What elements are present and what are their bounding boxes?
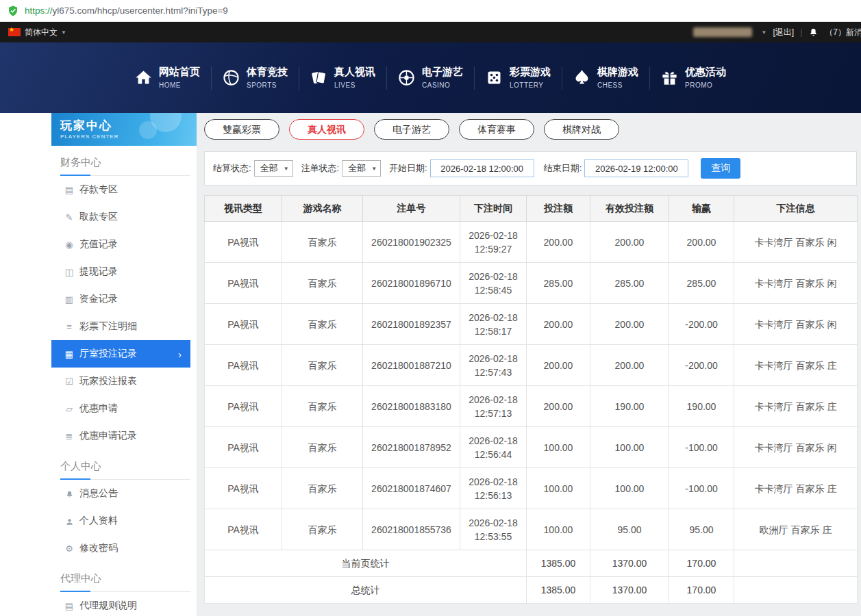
cell-bet-info: 卡卡湾厅 百家乐 庄 (734, 386, 858, 427)
gift-icon (660, 68, 679, 87)
sidebar-item-withdrawal-record[interactable]: ◫ 提现记录 (51, 258, 190, 285)
cell-win-loss: 95.00 (669, 509, 734, 550)
column-header-bet-time: 下注时间 (460, 196, 527, 222)
cell-bet-time: 2026-02-18 12:58:17 (460, 304, 527, 345)
sidebar-item-deposit[interactable]: ▤ 存款专区 (51, 176, 190, 203)
grand-total-valid: 1370.00 (590, 577, 669, 604)
cell-bet-amount: 200.00 (527, 386, 590, 427)
order-status-select[interactable]: 全部 ▼ (342, 160, 381, 177)
chevron-down-icon: ▼ (61, 29, 66, 36)
end-date-input[interactable] (584, 159, 688, 177)
cell-bet-time: 2026-02-18 12:53:55 (460, 509, 527, 550)
start-date-input[interactable] (430, 159, 534, 177)
bell-icon[interactable] (808, 27, 819, 38)
chevron-right-icon: › (178, 348, 182, 360)
main-nav: 网站首页 HOME 体育竞技 SPORTS 真人视讯 LIVES (0, 42, 861, 113)
table-row: PA视讯 百家乐 260218001874607 2026-02-18 12:5… (205, 468, 858, 509)
sidebar-item-recharge-record[interactable]: ◉ 充值记录 (51, 231, 190, 258)
sidebar-item-withdraw[interactable]: ✎ 取款专区 (51, 203, 190, 231)
sidebar-item-label: 厅室投注记录 (79, 348, 137, 360)
settle-status-label: 结算状态: (213, 162, 251, 175)
table-row: PA视讯 百家乐 260218001887210 2026-02-18 12:5… (205, 345, 858, 386)
sidebar-item-profile[interactable]: 个人资料 (51, 507, 190, 535)
sidebar-item-label: 玩家投注报表 (79, 375, 137, 387)
chevron-down-icon: ▼ (284, 166, 289, 172)
settle-status-select[interactable]: 全部 ▼ (254, 160, 293, 177)
query-button[interactable]: 查询 (701, 158, 740, 179)
language-selector[interactable]: ★ 简体中文 ▼ (8, 27, 66, 38)
end-date-label: 结束日期: (544, 162, 582, 175)
cell-bet-amount: 100.00 (527, 468, 590, 509)
sidebar-item-agent-rules[interactable]: ▤ 代理规则说明 (51, 592, 190, 616)
section-header-agent: 代理中心 (60, 562, 190, 592)
table-row: PA视讯 百家乐 260218001892357 2026-02-18 12:5… (205, 304, 858, 345)
nav-title: 电子游艺 (422, 66, 463, 77)
nav-item-home[interactable]: 网站首页 HOME (123, 60, 211, 96)
url-text[interactable]: https://yl675.com/hhcp/usercenter.html?i… (25, 5, 228, 16)
cell-game-name: 百家乐 (282, 509, 363, 550)
nav-subtitle: LOTTERY (510, 81, 543, 89)
nav-title: 彩票游戏 (510, 66, 551, 77)
tab-live-video[interactable]: 真人视讯 (289, 119, 364, 140)
sidebar-item-funds-record[interactable]: ▥ 资金记录 (51, 285, 190, 313)
language-label: 简体中文 (25, 27, 58, 38)
grand-total-info (734, 577, 858, 604)
sidebar-item-messages[interactable]: 消息公告 (51, 480, 190, 507)
logout-link[interactable]: [退出] (773, 27, 795, 38)
sidebar-item-promo-apply[interactable]: ▱ 优惠申请 (51, 395, 190, 422)
sidebar-item-change-password[interactable]: ⚙ 修改密码 (51, 535, 190, 562)
person-icon (64, 515, 75, 526)
cell-bet-time: 2026-02-18 12:56:13 (460, 468, 527, 509)
cell-bet-time: 2026-02-18 12:56:44 (460, 427, 527, 468)
nav-item-sports[interactable]: 体育竞技 SPORTS (211, 60, 299, 96)
tab-chess[interactable]: 棋牌对战 (544, 119, 619, 140)
column-header-video-type: 视讯类型 (205, 196, 282, 222)
cell-valid-amount: 95.00 (590, 509, 669, 550)
cell-video-type: PA视讯 (205, 386, 282, 427)
cell-video-type: PA视讯 (205, 304, 282, 345)
cell-valid-amount: 200.00 (590, 222, 669, 263)
tab-egames[interactable]: 电子游艺 (374, 119, 449, 140)
nav-item-promo[interactable]: 优惠活动 PROMO (649, 60, 737, 96)
cell-win-loss: -100.00 (669, 468, 734, 509)
cell-win-loss: 200.00 (669, 222, 734, 263)
cell-bet-amount: 100.00 (527, 427, 590, 468)
table-header-row: 视讯类型 游戏名称 注单号 下注时间 投注额 有效投注额 输赢 下注信息 (205, 196, 858, 222)
cell-bet-info: 欧洲厅 百家乐 庄 (734, 509, 858, 550)
nav-item-lottery[interactable]: 彩票游戏 LOTTERY (474, 60, 562, 96)
messages-link[interactable]: （7）新消息 (825, 27, 861, 38)
sidebar-header: 玩家中心 PLAYERS CENTER (51, 113, 197, 146)
sidebar-item-label: 消息公告 (79, 487, 118, 500)
address-bar[interactable]: https://yl675.com/hhcp/usercenter.html?i… (0, 0, 861, 22)
tab-lottery[interactable]: 雙赢彩票 (204, 119, 279, 140)
nav-item-lives[interactable]: 真人视讯 LIVES (299, 60, 386, 96)
cell-win-loss: -100.00 (669, 427, 734, 468)
table-row: PA视讯 百家乐 260218001855736 2026-02-18 12:5… (205, 509, 858, 550)
sidebar-item-lottery-bets[interactable]: ≡ 彩票下注明细 (51, 313, 190, 340)
cell-game-name: 百家乐 (282, 468, 363, 509)
cell-win-loss: -200.00 (669, 304, 734, 345)
sidebar-item-room-bets[interactable]: ▦ 厅室投注记录 › (51, 340, 190, 368)
nav-item-chess[interactable]: 棋牌游戏 CHESS (562, 60, 649, 96)
sports-ball-icon (222, 68, 240, 87)
funds-record-icon: ▥ (64, 294, 75, 305)
grand-total-label: 总统计 (205, 577, 527, 604)
sidebar-item-label: 代理规则说明 (79, 600, 137, 612)
withdrawal-record-icon: ◫ (64, 267, 75, 277)
sidebar-item-player-report[interactable]: ☑ 玩家投注报表 (51, 368, 190, 395)
cell-valid-amount: 200.00 (590, 304, 669, 345)
username-blurred[interactable] (693, 27, 752, 37)
cell-video-type: PA视讯 (205, 427, 282, 468)
cell-video-type: PA视讯 (205, 468, 282, 509)
page-total-row: 当前页统计 1385.00 1370.00 170.00 (205, 550, 858, 577)
promo-record-icon: ≣ (64, 431, 75, 441)
chevron-down-icon[interactable]: ▼ (762, 29, 767, 36)
cell-bet-info: 卡卡湾厅 百家乐 闲 (734, 427, 858, 468)
tab-sports[interactable]: 体育赛事 (459, 119, 534, 140)
nav-item-casino[interactable]: 电子游艺 CASINO (386, 60, 474, 96)
cell-game-name: 百家乐 (282, 345, 363, 386)
top-utility-bar: ★ 简体中文 ▼ ▼ [退出] | （7）新消息 (0, 22, 861, 42)
sidebar-subtitle: PLAYERS CENTER (60, 133, 197, 140)
promo-apply-icon: ▱ (64, 404, 75, 414)
sidebar-item-promo-record[interactable]: ≣ 优惠申请记录 (51, 422, 190, 450)
